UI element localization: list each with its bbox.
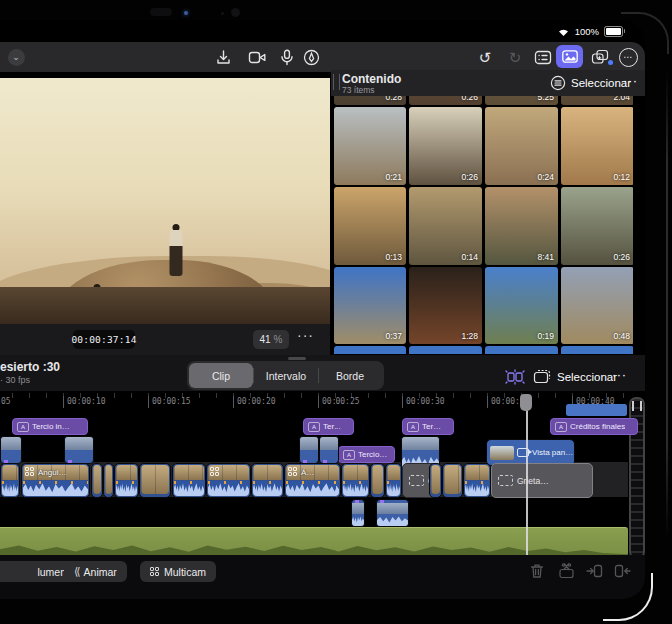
media-thumbnail[interactable]: 1:28 — [409, 267, 482, 344]
browser-filter-button[interactable] — [550, 75, 566, 91]
timecode-display[interactable]: 00:00:37:14 — [73, 330, 135, 349]
clip-overlay-button[interactable] — [533, 369, 551, 384]
media-thumbnail[interactable]: 8:41 — [485, 187, 558, 265]
media-thumbnail[interactable] — [485, 346, 558, 354]
delete-clip-button[interactable] — [526, 560, 548, 582]
media-thumbnail[interactable]: 0:26 — [409, 107, 482, 185]
title-clip[interactable]: ATer… — [402, 418, 454, 435]
browser-more-button[interactable]: ··· — [623, 73, 638, 88]
media-thumbnail[interactable]: 0:24 — [485, 107, 558, 185]
record-video-button[interactable] — [246, 46, 268, 68]
collapse-toolbar-button[interactable]: ⌄ — [5, 46, 27, 68]
clip-thumbnail — [2, 465, 18, 480]
redo-button[interactable]: ↻ — [504, 46, 526, 68]
timeline-clip[interactable] — [0, 463, 20, 498]
timeline-clip[interactable]: Á… — [284, 463, 341, 498]
pencil-tool-button[interactable] — [300, 46, 322, 68]
connected-video-clip[interactable] — [319, 436, 339, 464]
media-thumbnail[interactable]: 0:13 — [334, 187, 406, 265]
timeline-clip[interactable] — [114, 463, 139, 498]
connected-video-clip[interactable] — [376, 499, 409, 527]
timeline-clip[interactable] — [91, 463, 103, 498]
import-button[interactable] — [212, 46, 234, 68]
timeline-clip[interactable] — [341, 463, 370, 498]
media-thumbnail[interactable]: 0:19 — [485, 267, 558, 344]
clip-thumbnail — [402, 437, 439, 450]
connected-audio-clip[interactable] — [566, 404, 627, 416]
viewer-more-button[interactable]: ··· — [297, 327, 314, 343]
timeline-clip[interactable]: Ángul… — [21, 463, 90, 498]
timeline-clip[interactable] — [251, 463, 284, 498]
clip-waveform — [116, 481, 137, 496]
browser-drag-handle[interactable] — [333, 74, 340, 90]
clip-thumbnail — [174, 465, 204, 480]
connected-video-clip[interactable]: Vista pan… — [486, 439, 575, 466]
mode-intervalo[interactable]: Intervalo — [254, 363, 318, 388]
media-thumbnail[interactable]: 5:25 — [485, 96, 558, 105]
inspector-icon — [534, 50, 552, 65]
record-audio-button[interactable] — [276, 46, 298, 68]
clip-duration: 0:12 — [613, 172, 630, 182]
project-fps: · 30 fps — [0, 375, 30, 385]
title-clip[interactable]: ATercio in… — [12, 418, 88, 435]
timeline-more-button[interactable]: ··· — [612, 367, 627, 382]
insert-clip-button[interactable] — [583, 560, 605, 582]
media-thumbnail[interactable]: 0:26 — [561, 187, 633, 265]
playhead-handle[interactable] — [520, 394, 532, 411]
multicam-button[interactable]: Multicam — [140, 561, 216, 582]
timeline-clip[interactable] — [442, 463, 463, 498]
media-thumbnail[interactable]: 0:28 — [334, 96, 406, 105]
clip-duration: 2:04 — [613, 96, 630, 102]
mode-clip[interactable]: Clip — [189, 363, 253, 388]
bottom-toolbar: lumen ⟨⟨ Animar Multicam — [0, 555, 645, 599]
timeline-clip[interactable] — [206, 463, 251, 498]
overlay-clips-icon — [533, 369, 551, 384]
timeline-clip[interactable] — [370, 463, 385, 498]
timeline-clip[interactable] — [429, 463, 442, 498]
viewer-preview[interactable] — [0, 78, 330, 324]
clip-duration: 0:26 — [461, 172, 478, 182]
media-thumbnail[interactable] — [409, 346, 482, 354]
undo-button[interactable]: ↺ — [474, 46, 496, 68]
timeline-clip[interactable] — [385, 463, 402, 498]
title-clip[interactable]: ATercio… — [338, 446, 395, 463]
enhance-clips-button[interactable] — [505, 369, 525, 385]
animate-label: Animar — [84, 566, 117, 578]
connected-video-clip[interactable] — [0, 436, 22, 464]
mode-borde[interactable]: Borde — [319, 363, 382, 388]
clip-thumbnail — [93, 465, 101, 494]
zoom-level-button[interactable]: 41 % — [253, 330, 289, 349]
blade-button[interactable] — [555, 560, 577, 582]
audio-track[interactable] — [0, 527, 628, 556]
timeline-clip[interactable] — [139, 463, 171, 498]
volume-label: lumen — [37, 566, 66, 578]
media-thumbnail[interactable]: 0:37 — [334, 267, 406, 344]
timeline-clip[interactable] — [463, 463, 491, 498]
timeline-select-button[interactable]: Seleccionar — [557, 371, 617, 383]
effects-star-icon — [591, 49, 610, 66]
inspector-button[interactable] — [532, 46, 554, 68]
effects-button[interactable] — [589, 46, 611, 68]
timeline-resize-handle[interactable] — [288, 357, 306, 360]
media-thumbnail[interactable]: 0:48 — [561, 267, 633, 344]
timeline-clip[interactable] — [103, 463, 114, 498]
media-thumbnail[interactable]: 0:26 — [409, 96, 482, 105]
media-thumbnail[interactable] — [561, 346, 633, 354]
media-thumbnail[interactable]: 2:04 — [561, 96, 633, 105]
media-thumbnail[interactable] — [334, 346, 406, 354]
media-thumbnail[interactable]: 0:14 — [409, 187, 482, 265]
more-button[interactable]: ⋯ — [617, 46, 639, 68]
timeline-clip[interactable]: Grieta… — [491, 463, 593, 498]
media-thumbnail[interactable]: 0:21 — [334, 107, 406, 185]
animate-button[interactable]: ⟨⟨ Animar — [64, 561, 127, 582]
media-browser-button[interactable] — [556, 45, 583, 68]
connected-video-clip[interactable] — [299, 436, 319, 464]
person-silhouette — [168, 224, 184, 280]
title-clip[interactable]: ATer… — [303, 418, 354, 435]
clip-duration: 5:25 — [537, 96, 554, 102]
timeline-clip[interactable] — [172, 463, 206, 498]
connected-video-clip[interactable] — [64, 436, 94, 464]
title-clip[interactable]: ACréditos finales — [550, 418, 638, 435]
connected-video-clip[interactable] — [351, 499, 365, 527]
media-thumbnail[interactable]: 0:12 — [561, 107, 633, 185]
